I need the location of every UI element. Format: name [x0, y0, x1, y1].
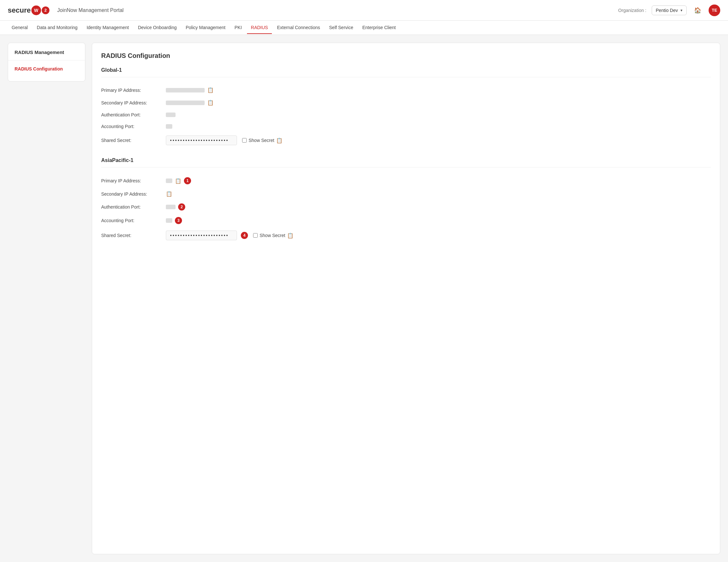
secondary-ip-ap-value: 📋: [166, 191, 172, 197]
show-secret-ap-checkbox[interactable]: [253, 233, 258, 238]
header: secure W 2 JoinNow Management Portal Org…: [0, 0, 728, 21]
content-area: RADIUS Configuration Global-1 Primary IP…: [92, 43, 720, 554]
nav-item-external-connections[interactable]: External Connections: [273, 22, 324, 34]
sidebar-title: RADIUS Management: [8, 49, 85, 60]
shared-secret-ap-input[interactable]: [166, 231, 237, 240]
auth-port-label: Authentication Port:: [101, 112, 166, 117]
field-row-auth-port: Authentication Port:: [101, 109, 711, 121]
secondary-ip-ap-copy-icon[interactable]: 📋: [166, 191, 172, 197]
avatar[interactable]: TE: [709, 5, 720, 16]
primary-ip-ap-blurred: [166, 178, 172, 183]
field-row-shared-secret: Shared Secret: Show Secret 📋: [101, 132, 711, 148]
accounting-port-blurred: [166, 124, 172, 129]
secondary-ip-copy-icon[interactable]: 📋: [207, 100, 214, 106]
shared-secret-ap-label: Shared Secret:: [101, 233, 166, 238]
logo-secure-text: secure: [8, 6, 31, 15]
section-global-1: Global-1 Primary IP Address: 📋 Secondary…: [101, 67, 711, 148]
shared-secret-label: Shared Secret:: [101, 138, 166, 143]
logo: secure W 2: [8, 5, 49, 15]
nav-bar: General Data and Monitoring Identity Man…: [0, 21, 728, 35]
primary-ip-ap-label: Primary IP Address:: [101, 178, 166, 183]
field-row-primary-ip-ap: Primary IP Address: 📋 1: [101, 174, 711, 188]
org-label: Organization :: [618, 8, 646, 13]
section-asiapacific-1: AsiaPacific-1 Primary IP Address: 📋 1 Se…: [101, 157, 711, 243]
show-secret-checkbox[interactable]: [242, 138, 247, 143]
field-row-primary-ip: Primary IP Address: 📋: [101, 84, 711, 96]
primary-ip-ap-copy-icon[interactable]: 📋: [175, 178, 181, 184]
field-row-secondary-ip-ap: Secondary IP Address: 📋: [101, 188, 711, 200]
show-secret-area: Show Secret 📋: [242, 137, 283, 144]
secondary-ip-value: 📋: [166, 100, 214, 106]
main-layout: RADIUS Management RADIUS Configuration R…: [0, 35, 728, 562]
show-secret-label: Show Secret: [249, 138, 274, 143]
nav-item-self-service[interactable]: Self Service: [325, 22, 357, 34]
primary-ip-ap-value: 📋 1: [166, 177, 191, 184]
section-asiapacific-1-title: AsiaPacific-1: [101, 157, 711, 168]
shared-secret-copy-icon[interactable]: 📋: [276, 137, 283, 144]
show-secret-ap-label: Show Secret: [260, 233, 285, 238]
chevron-down-icon: ▾: [680, 8, 682, 13]
field-row-accounting-port-ap: Accounting Port: 3: [101, 214, 711, 227]
nav-item-policy-management[interactable]: Policy Management: [182, 22, 230, 34]
nav-item-device-onboarding[interactable]: Device Onboarding: [134, 22, 181, 34]
badge-4: 4: [241, 232, 248, 239]
show-secret-ap-area: Show Secret 📋: [253, 232, 294, 239]
sidebar-item-radius-config[interactable]: RADIUS Configuration: [8, 63, 85, 75]
logo-w-badge: W: [31, 5, 41, 15]
portal-title: JoinNow Management Portal: [57, 7, 123, 13]
shared-secret-value: Show Secret 📋: [166, 135, 283, 145]
badge-3: 3: [175, 217, 182, 224]
shared-secret-input[interactable]: [166, 135, 237, 145]
nav-item-pki[interactable]: PKI: [230, 22, 246, 34]
primary-ip-label: Primary IP Address:: [101, 88, 166, 93]
auth-port-ap-value: 2: [166, 203, 185, 211]
primary-ip-copy-icon[interactable]: 📋: [207, 87, 214, 93]
accounting-port-ap-blurred: [166, 218, 172, 223]
field-row-secondary-ip: Secondary IP Address: 📋: [101, 96, 711, 109]
section-global-1-title: Global-1: [101, 67, 711, 77]
secondary-ip-blurred: [166, 101, 205, 105]
accounting-port-value: [166, 124, 172, 129]
primary-ip-blurred: [166, 88, 205, 92]
secondary-ip-label: Secondary IP Address:: [101, 100, 166, 105]
accounting-port-ap-label: Accounting Port:: [101, 218, 166, 223]
shared-secret-ap-copy-icon[interactable]: 📋: [287, 232, 294, 239]
primary-ip-value: 📋: [166, 87, 214, 93]
accounting-port-label: Accounting Port:: [101, 124, 166, 129]
field-row-accounting-port: Accounting Port:: [101, 121, 711, 132]
nav-item-radius[interactable]: RADIUS: [247, 22, 272, 34]
secondary-ip-ap-label: Secondary IP Address:: [101, 191, 166, 197]
nav-item-data-monitoring[interactable]: Data and Monitoring: [33, 22, 81, 34]
field-row-auth-port-ap: Authentication Port: 2: [101, 200, 711, 214]
badge-2: 2: [178, 203, 185, 211]
auth-port-blurred: [166, 113, 176, 117]
header-right: Organization : Pentio Dev ▾ 🏠 TE: [618, 5, 720, 16]
accounting-port-ap-value: 3: [166, 217, 182, 224]
nav-item-general[interactable]: General: [8, 22, 32, 34]
org-selector[interactable]: Pentio Dev ▾: [652, 5, 687, 15]
auth-port-value: [166, 113, 176, 117]
org-name: Pentio Dev: [656, 8, 678, 13]
nav-item-enterprise-client[interactable]: Enterprise Client: [359, 22, 400, 34]
auth-port-ap-label: Authentication Port:: [101, 204, 166, 210]
shared-secret-ap-value: 4 Show Secret 📋: [166, 231, 294, 240]
home-button[interactable]: 🏠: [692, 5, 703, 16]
content-title: RADIUS Configuration: [101, 52, 711, 59]
logo-number-badge: 2: [42, 6, 49, 14]
nav-item-identity-management[interactable]: Identity Management: [83, 22, 133, 34]
badge-1: 1: [184, 177, 191, 184]
auth-port-ap-blurred: [166, 205, 176, 209]
sidebar: RADIUS Management RADIUS Configuration: [8, 43, 85, 81]
field-row-shared-secret-ap: Shared Secret: 4 Show Secret 📋: [101, 227, 711, 243]
